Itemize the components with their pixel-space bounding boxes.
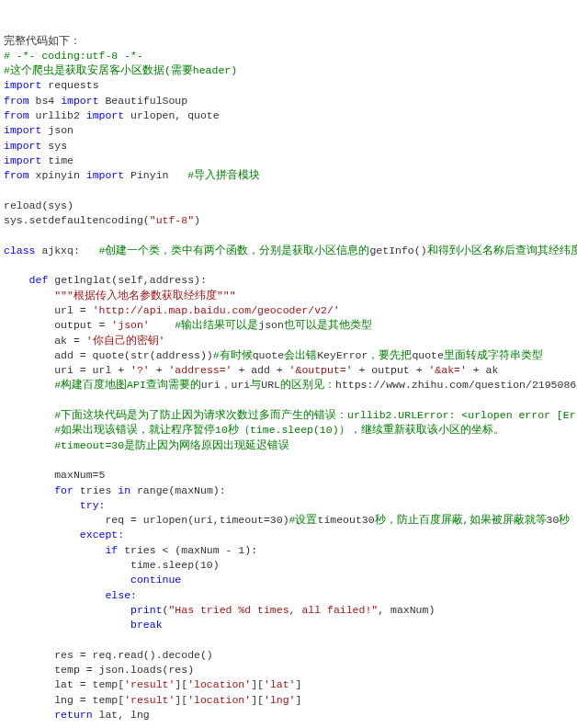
- code-line: #timeout=30是防止因为网络原因出现延迟错误: [4, 438, 573, 453]
- code-line: [4, 632, 573, 647]
- token-kw: import: [61, 95, 98, 107]
- token-nm: ][: [175, 694, 187, 706]
- token-str: 'location': [187, 694, 251, 706]
- code-line: [4, 228, 573, 243]
- token-nm: url =: [4, 304, 93, 316]
- code-line: [4, 453, 573, 468]
- code-line: import time: [4, 154, 573, 168]
- token-chbody: URL: [261, 379, 280, 391]
- token-str: 'lng': [264, 694, 296, 706]
- token-nm: ): [283, 514, 289, 526]
- token-chbody: timeout30: [317, 514, 374, 526]
- token-nm: maxNum=: [4, 469, 99, 481]
- code-line: import requests: [4, 78, 573, 93]
- token-nm: + output +: [353, 364, 429, 376]
- token-chbody: https://www.zhihu.com/question/21950864: [335, 379, 577, 391]
- token-nm: ][: [251, 694, 264, 706]
- token-str: """根据传入地名参数获取经纬度""": [54, 290, 235, 301]
- token-ch: 会出错: [284, 349, 317, 361]
- token-str: 'result': [124, 694, 175, 706]
- token-nm: BeautifulSoup: [99, 95, 188, 107]
- token-nm: , maxNum): [378, 604, 435, 616]
- token-ch: #创建一个类，类中有两个函数，分别是获取小区信息的: [99, 245, 370, 256]
- token-nm: [4, 619, 130, 631]
- token-nm: [150, 319, 175, 331]
- token-str: '&output=': [289, 364, 353, 376]
- token-nm: ajkxq:: [36, 245, 99, 256]
- token-nm: requests: [41, 79, 98, 91]
- code-line: #这个爬虫是获取安居客小区数据(需要header): [4, 63, 573, 78]
- code-line: sys.setdefaultencoding("utf-8"): [4, 213, 573, 228]
- token-nm: +: [150, 364, 169, 376]
- token-nm: tries: [74, 484, 118, 496]
- token-nm: [4, 589, 105, 601]
- token-str: '&ak=': [428, 364, 466, 376]
- token-ch: #timeout=30是防止因为网络原因出现延迟错误: [54, 439, 289, 451]
- token-nm: output =: [4, 319, 111, 331]
- token-chbody: 30: [547, 514, 560, 526]
- token-kw: import: [86, 109, 124, 121]
- token-kw: break: [130, 619, 163, 631]
- token-chbody: uri: [201, 379, 221, 391]
- token-str: 'http://api.map.baidu.com/geocoder/v2/': [93, 304, 340, 316]
- token-nm: req = urlopen(uri,timeout=: [4, 514, 270, 526]
- token-nm: Pinyin: [124, 169, 187, 181]
- token-nm: ): [194, 214, 200, 226]
- token-nm: xpinyin: [29, 169, 86, 181]
- code-line: [4, 393, 573, 408]
- token-kw: import: [4, 140, 41, 152]
- code-line: [4, 184, 573, 199]
- token-nm: ]: [296, 694, 302, 706]
- token-ch: #下面这块代码是为了防止因为请求次数过多而产生的错误：urllib2.URLEr…: [54, 409, 577, 421]
- token-chbody: getInfo(): [369, 245, 426, 256]
- code-line: from xpinyin import Pinyin #导入拼音模块: [4, 168, 573, 183]
- code-line: #下面这块代码是为了防止因为请求次数过多而产生的错误：urllib2.URLEr…: [4, 408, 573, 423]
- token-str: 'location': [187, 678, 251, 690]
- token-str: 'address=': [168, 364, 232, 376]
- token-nm: + ak: [467, 364, 499, 376]
- token-nm: :: [118, 529, 124, 540]
- token-str: "Has tried %d times, all failed!": [168, 604, 378, 616]
- code-line: class ajkxq: #创建一个类，类中有两个函数，分别是获取小区信息的ge…: [4, 244, 573, 258]
- token-kw: from: [4, 95, 29, 107]
- token-nm: [4, 499, 80, 511]
- code-line: lat = temp['result']['location']['lat']: [4, 677, 573, 692]
- code-line: import sys: [4, 139, 573, 154]
- token-nm: :: [99, 499, 106, 511]
- code-line: continue: [4, 573, 573, 587]
- token-ch: #如果出现该错误，就让程序暂停10秒（time.sleep(10)），继续重新获…: [54, 424, 503, 436]
- token-nm: [4, 484, 54, 496]
- token-nm: res = req.read().decode(): [4, 649, 213, 661]
- code-line: break: [4, 618, 573, 632]
- token-nm: range(maxNum):: [130, 484, 226, 496]
- token-chbody: KeyError: [317, 349, 368, 361]
- token-nm: [4, 379, 54, 391]
- token-ch: #输出结果可以是: [175, 319, 258, 331]
- code-block: 完整代码如下：# -*- coding:utf-8 -*-#这个爬虫是获取安居客…: [4, 34, 573, 728]
- token-nm: [4, 290, 54, 301]
- token-ch: 的区别见：: [280, 379, 335, 391]
- token-nm: tries < (maxNum -: [118, 544, 238, 556]
- token-nm: [4, 529, 80, 540]
- token-kw: try: [80, 499, 99, 511]
- token-ch: 也可以是其他类型: [284, 319, 372, 331]
- code-line: #如果出现该错误，就让程序暂停10秒（time.sleep(10)），继续重新获…: [4, 423, 573, 438]
- code-line: """根据传入地名参数获取经纬度""": [4, 289, 573, 303]
- code-line: try:: [4, 498, 573, 513]
- code-line: import json: [4, 123, 573, 138]
- token-ch: ，: [221, 379, 232, 391]
- token-nm: ][: [251, 678, 264, 690]
- code-line: else:: [4, 588, 573, 603]
- token-str: "utf-8": [150, 214, 194, 226]
- token-nm: :: [130, 589, 137, 601]
- code-line: time.sleep(10): [4, 558, 573, 573]
- token-ch: #构建百度地图API查询需要的: [54, 379, 201, 391]
- token-nm: time.sleep(: [4, 559, 200, 571]
- token-nm: [4, 604, 130, 616]
- token-ch: #导入拼音模块: [187, 169, 260, 181]
- code-line: req = urlopen(uri,timeout=30)#设置timeout3…: [4, 513, 573, 528]
- code-line: res = req.read().decode(): [4, 648, 573, 663]
- token-ch: #设置: [289, 514, 318, 526]
- code-line: print("Has tried %d times, all failed!",…: [4, 603, 573, 618]
- token-kw: except: [80, 529, 118, 540]
